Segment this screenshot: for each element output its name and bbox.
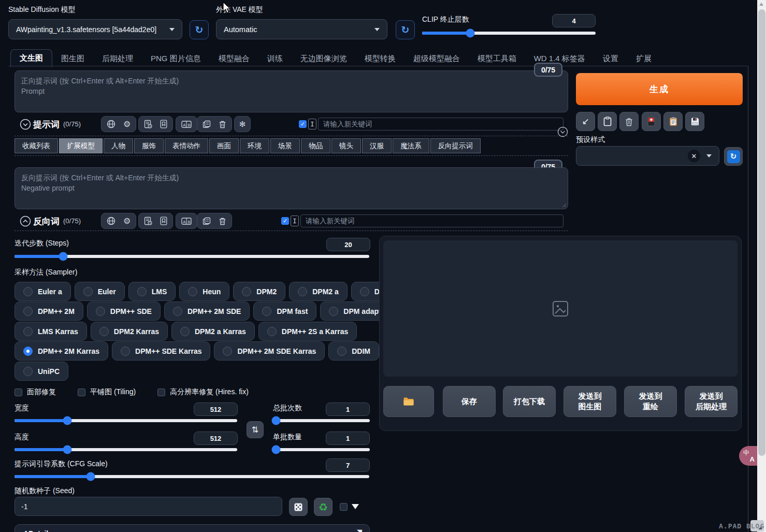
send-to-extras-button[interactable]: 发送到 后期处理 — [685, 386, 738, 417]
tag-tab-magic[interactable]: 魔法系 — [393, 138, 429, 153]
restore-faces-toggle[interactable]: 面部修复 — [15, 387, 56, 397]
random-seed-button[interactable] — [289, 498, 308, 516]
clear-styles-icon[interactable]: ✕ — [688, 150, 700, 162]
apply-styles-button[interactable] — [663, 112, 683, 131]
tag-tab-negative[interactable]: 反向提示词 — [430, 138, 481, 153]
tag-tab-extensions[interactable]: 扩展模型 — [59, 138, 103, 153]
extra-seed-checkbox[interactable] — [340, 503, 348, 511]
clip-skip-value[interactable]: 4 — [552, 14, 596, 27]
tag-tab-hanfu[interactable]: 汉服 — [362, 138, 392, 153]
interrupt-arrow-button[interactable]: ↙ — [576, 112, 595, 131]
scrollbar-thumb[interactable] — [758, 9, 765, 456]
sampler-option[interactable]: LMS — [128, 282, 176, 301]
translate-ab-icon[interactable]: AB — [181, 120, 192, 128]
tag-tab-character[interactable]: 人物 — [104, 138, 133, 153]
generate-button[interactable]: 生成 — [576, 73, 743, 105]
sampler-option[interactable]: DDIM — [328, 341, 379, 361]
tab-img2img[interactable]: 图生图 — [52, 50, 93, 67]
tag-tab-object[interactable]: 物品 — [301, 138, 330, 153]
paste-generation-params-button[interactable] — [598, 112, 617, 131]
ai-asterisk-icon[interactable]: ✻ — [239, 120, 246, 129]
sampler-option[interactable]: DPM2 a Karras — [171, 322, 255, 341]
sd-model-dropdown[interactable]: AWpainting_v1.3.safetensors [5a44dad2e0] — [8, 19, 182, 39]
refresh-styles-button[interactable]: ↻ — [724, 147, 743, 166]
sampler-option[interactable]: DPM2 — [233, 282, 285, 301]
zip-download-button[interactable]: 打包下载 — [503, 386, 556, 417]
clip-skip-slider[interactable] — [422, 32, 596, 35]
height-value[interactable]: 512 — [194, 432, 238, 445]
tab-txt2img[interactable]: 文生图 — [10, 49, 52, 67]
prompt-expand-toggle[interactable] — [557, 126, 568, 139]
output-image-area[interactable] — [383, 240, 738, 377]
save-image-button[interactable]: 保存 — [443, 386, 496, 417]
styles-select[interactable]: ✕ — [576, 146, 719, 166]
history-doc-icon[interactable] — [144, 120, 152, 128]
tag-tab-clothing[interactable]: 服饰 — [134, 138, 164, 153]
sampler-option[interactable]: DPM++ 2M — [15, 301, 83, 321]
scrollbar-track[interactable] — [757, 0, 766, 532]
bookmark-icon[interactable] — [160, 120, 167, 128]
show-extra-networks-button[interactable] — [642, 112, 661, 131]
negative-prompt-textarea[interactable]: 反向提示词 (按 Ctrl+Enter 或 Alt+Enter 开始生成) Ne… — [15, 167, 568, 209]
globe-icon[interactable] — [107, 120, 115, 128]
tag-tab-environment[interactable]: 环境 — [240, 138, 269, 153]
tab-train[interactable]: 训练 — [258, 50, 292, 67]
sampler-option[interactable]: DPM++ 2M SDE — [164, 301, 250, 321]
batch-count-value[interactable]: 1 — [326, 402, 370, 416]
steps-slider[interactable] — [15, 255, 369, 258]
bookmark-icon[interactable] — [160, 217, 167, 225]
seed-extra-caret-icon[interactable] — [352, 504, 359, 509]
tag-tab-favorites[interactable]: 收藏列表 — [15, 138, 58, 153]
open-folder-button[interactable] — [383, 386, 434, 417]
gear-icon[interactable]: ⚙ — [123, 119, 131, 129]
cfg-value[interactable]: 7 — [326, 458, 370, 472]
save-style-button[interactable] — [685, 112, 704, 131]
sampler-option[interactable]: DPM++ SDE — [87, 301, 161, 321]
batch-size-value[interactable]: 1 — [326, 432, 370, 445]
translate-badge[interactable]: 中 A — [739, 446, 757, 466]
batch-size-slider[interactable] — [273, 448, 370, 451]
sampler-option-selected[interactable]: DPM++ 2M Karras — [15, 341, 108, 361]
reuse-seed-button[interactable]: ♻ — [314, 498, 333, 516]
sampler-option[interactable]: DPM++ SDE Karras — [112, 341, 210, 361]
sampler-option[interactable]: DPM fast — [253, 301, 316, 321]
seed-input[interactable] — [15, 497, 282, 516]
tiling-toggle[interactable]: 平铺图 (Tiling) — [78, 387, 136, 397]
cfg-slider[interactable] — [15, 475, 369, 478]
translate-ab-icon[interactable]: AB — [181, 217, 192, 225]
negative-keyword-input[interactable] — [300, 214, 563, 227]
trash-icon[interactable] — [219, 217, 226, 225]
tab-png-info[interactable]: PNG 图片信息 — [142, 50, 210, 67]
tab-super-merger[interactable]: 超级模型融合 — [404, 50, 469, 67]
resize-handle-icon[interactable] — [562, 203, 567, 208]
sampler-option[interactable]: Heun — [179, 282, 229, 301]
tab-model-convert[interactable]: 模型转换 — [356, 50, 404, 67]
copy-icon[interactable] — [203, 120, 211, 128]
send-to-inpaint-button[interactable]: 发送到 重绘 — [624, 386, 677, 417]
batch-count-slider[interactable] — [273, 419, 370, 422]
trash-icon[interactable] — [219, 120, 226, 128]
sampler-option[interactable]: Euler a — [15, 282, 71, 301]
tab-checkpoint-merger[interactable]: 模型融合 — [210, 50, 258, 67]
sampler-option[interactable]: DPM2 Karras — [91, 322, 168, 341]
sampler-option[interactable]: DPM2 a — [289, 282, 348, 301]
negative-keyword-checkbox[interactable] — [281, 217, 289, 225]
tag-tab-picture[interactable]: 画面 — [209, 138, 239, 153]
refresh-sd-model-button[interactable]: ↻ — [190, 20, 209, 39]
tag-tab-scene[interactable]: 场景 — [270, 138, 300, 153]
globe-icon[interactable] — [107, 217, 115, 225]
scrollbar-up-arrow[interactable] — [759, 3, 763, 6]
hires-fix-toggle[interactable]: 高分辨率修复 (Hires. fix) — [157, 387, 249, 397]
tab-extras[interactable]: 后期处理 — [93, 50, 142, 67]
prompt-keyword-checkbox[interactable] — [299, 120, 307, 128]
tag-tab-expression[interactable]: 表情动作 — [165, 138, 208, 153]
tab-infinite-browser[interactable]: 无边图像浏览 — [292, 50, 356, 67]
sampler-option[interactable]: UniPC — [15, 362, 68, 381]
gear-icon[interactable]: ⚙ — [123, 216, 131, 226]
swap-dimensions-button[interactable]: ⇅ — [247, 421, 264, 438]
refresh-vae-button[interactable]: ↻ — [396, 20, 415, 39]
prompt-collapse-toggle[interactable] — [20, 119, 31, 132]
width-value[interactable]: 512 — [194, 402, 238, 416]
sampler-option[interactable]: DPM++ 2M SDE Karras — [214, 341, 325, 361]
copy-icon[interactable] — [203, 217, 211, 225]
